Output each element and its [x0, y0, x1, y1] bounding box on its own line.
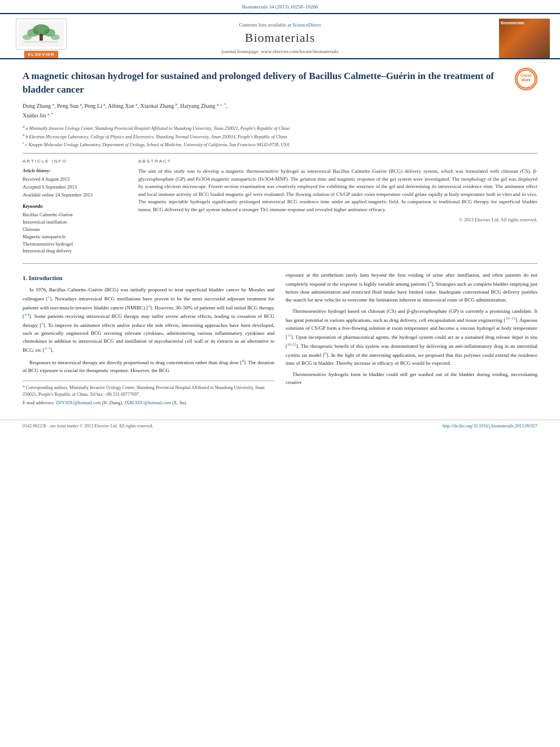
ref-10-12: 10,12 [287, 342, 296, 347]
divider [23, 153, 537, 154]
body-two-column: 1. Introduction In 1976, Bacillus Calmet… [23, 272, 537, 408]
journal-header: ELSEVIER Contents lists available at Sci… [0, 13, 560, 59]
doi-link[interactable]: http://dx.doi.org/10.1016/j.biomaterials… [443, 423, 537, 429]
ref-10-13: 10–13 [505, 316, 515, 321]
keywords-label: Keywords: [23, 203, 127, 210]
article-info-label: ARTICLE INFO [23, 158, 127, 164]
accepted-date: Accepted 6 September 2013 [23, 184, 127, 191]
available-online: Available online 24 September 2013 [23, 192, 127, 199]
bottom-bar: 0142-9612/$ – see front matter © 2013 El… [0, 420, 560, 432]
keyword-4: Magnetic nanoparticle [23, 234, 127, 241]
body-right-para-1: exposure at the urothelium rarely lasts … [286, 272, 537, 304]
abstract-text: The aim of this study was to develop a m… [138, 168, 537, 213]
journal-cover-area: Biomaterials [488, 19, 550, 58]
abstract-label: ABSTRACT [138, 158, 537, 164]
journal-cover-image: Biomaterials [499, 19, 550, 58]
ref-8: 8 [242, 359, 244, 363]
article-info-column: ARTICLE INFO Article history: Received 4… [23, 158, 127, 255]
bottom-issn: 0142-9612/$ – see front matter © 2013 El… [23, 423, 154, 429]
received-date: Received 4 August 2013 [23, 176, 127, 183]
ref-1: 1 [48, 295, 50, 299]
ref-2: 2 [148, 304, 151, 308]
svg-point-5 [23, 34, 32, 40]
journal-homepage: journal homepage: www.elsevier.com/locat… [84, 48, 476, 55]
ref-8b: 8 [325, 351, 327, 356]
crossmark-container: Cross Mark [515, 68, 537, 90]
body-content: 1. Introduction In 1976, Bacillus Calmet… [0, 266, 560, 414]
ref-9: 9 [430, 280, 432, 285]
abstract-column: ABSTRACT The aim of this study was to de… [138, 158, 537, 255]
body-right-para-2: Thermosensitive hydrogel based on chitos… [286, 308, 537, 368]
footnote-area: * Corresponding authors. Minimally Invas… [23, 381, 274, 407]
keyword-6: Intravesical drug delivery [23, 248, 127, 255]
article-history-label: Article history: [23, 168, 127, 174]
ref-5: 5 [41, 321, 43, 326]
bottom-doi: http://dx.doi.org/10.1016/j.biomaterials… [443, 423, 537, 429]
publisher-logo-area: ELSEVIER [10, 19, 72, 58]
article-info-abstract: ARTICLE INFO Article history: Received 4… [23, 158, 537, 255]
svg-rect-2 [40, 34, 43, 41]
ref-5-7: 5–7 [45, 346, 51, 351]
journal-header-center: Contents lists available at ScienceDirec… [72, 19, 488, 58]
footnote-1: * Corresponding authors. Minimally Invas… [23, 385, 274, 398]
copyright: © 2013 Elsevier Ltd. All rights reserved… [138, 217, 537, 224]
body-para-1: In 1976, Bacillus Calmette–Guérin (BCG) … [23, 286, 274, 355]
body-para-2: Responses to intravesical therapy are di… [23, 358, 274, 375]
page: Biomaterials 34 (2013) 10258–10266 [0, 0, 560, 747]
keyword-3: Chitosan [23, 226, 127, 233]
email-zhang[interactable]: ZHYSDU@hotmail.com [56, 400, 101, 405]
svg-text:Cross: Cross [520, 73, 532, 77]
crossmark-icon: Cross Mark [515, 68, 537, 90]
keyword-5: Thermosensitive hydrogel [23, 241, 127, 248]
footnote-2: E-mail addresses: ZHYSDU@hotmail.com (H.… [23, 400, 274, 407]
elsevier-logo-image [16, 19, 67, 50]
keyword-2: Intravesical instillation [23, 219, 127, 226]
svg-text:Mark: Mark [522, 78, 531, 82]
section1-heading: 1. Introduction [23, 274, 274, 282]
email-jin[interactable]: JXBLSDU@hotmail.com [124, 400, 171, 405]
article-title: A magnetic chitosan hydrogel for sustain… [23, 69, 537, 97]
ref-11: 11 [287, 333, 291, 338]
sciencedirect-link[interactable]: ScienceDirect [292, 22, 321, 28]
body-right-column: exposure at the urothelium rarely lasts … [286, 272, 537, 408]
section-divider [23, 263, 537, 264]
keyword-1: Bacillus Calmette–Guérin [23, 212, 127, 219]
body-right-para-3: Thermosensitive hydrogels form in bladde… [286, 371, 537, 387]
sciencedirect-line: Contents lists available at ScienceDirec… [84, 21, 476, 29]
authors-line: Dong Zhang a, Peng Sun a, Peng Li a, Aib… [23, 102, 537, 120]
ref-3-4: 3,4 [24, 312, 29, 317]
cover-label: Biomaterials [501, 20, 524, 26]
journal-ref: Biomaterials 34 (2013) 10258–10266 [242, 4, 318, 10]
body-left-column: 1. Introduction In 1976, Bacillus Calmet… [23, 272, 274, 408]
article-header-area: Cross Mark A magnetic chitosan hydrogel … [0, 59, 560, 261]
affiliations: a a Minimally Invasive Urology Center, S… [23, 124, 537, 148]
elsevier-logo: ELSEVIER [10, 19, 72, 58]
svg-point-6 [51, 34, 60, 40]
elsevier-label-text: ELSEVIER [24, 51, 58, 58]
journal-reference-bar: Biomaterials 34 (2013) 10258–10266 [0, 0, 560, 13]
journal-title: Biomaterials [84, 29, 476, 47]
